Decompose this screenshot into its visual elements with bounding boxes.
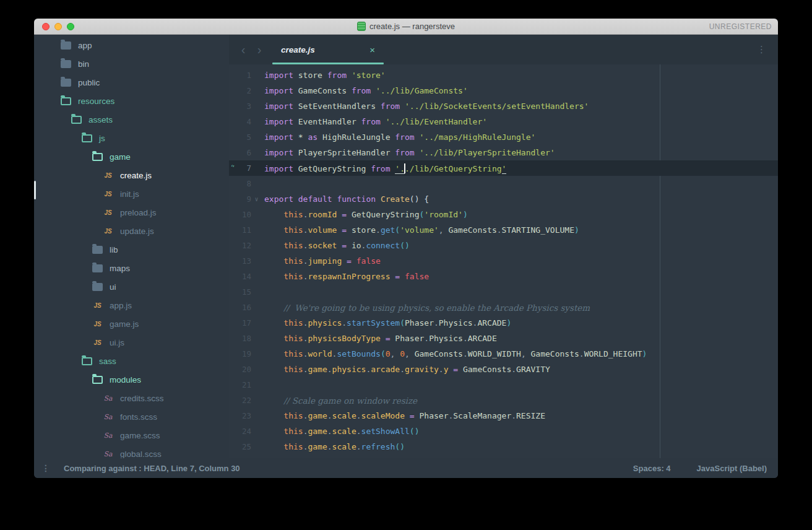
indentation-setting[interactable]: Spaces: 4	[633, 464, 671, 473]
code-line-3[interactable]: 3import SetEventHandlers from '../lib/So…	[229, 98, 778, 114]
minimize-window-button[interactable]	[54, 23, 62, 30]
line-number: 12	[239, 241, 251, 250]
code-token: .	[342, 318, 347, 328]
line-number: 3	[239, 102, 251, 111]
code-line-16[interactable]: 16 // We're going to be using physics, s…	[229, 300, 778, 315]
tree-item-game[interactable]: game	[34, 147, 229, 166]
tree-item-credits-scss[interactable]: Sacredits.scss	[34, 389, 229, 407]
code-line-24[interactable]: 24 this.game.scale.setShowAll()	[229, 424, 778, 439]
code-line-7[interactable]: ‘’7import GetQueryString from '../lib/Ge…	[229, 160, 778, 176]
code-line-8[interactable]: 8	[229, 176, 778, 191]
tab-create-js[interactable]: create.js ×	[272, 35, 384, 64]
code-line-25[interactable]: 25 this.game.scale.refresh()	[229, 439, 778, 454]
tree-item-assets[interactable]: assets	[34, 110, 229, 129]
code-line-2[interactable]: 2import GameConsts from '../lib/GameCons…	[229, 83, 778, 98]
code-token: GameConsts	[298, 86, 352, 95]
line-number: 13	[239, 256, 251, 266]
sidebar-scroll-indicator[interactable]	[34, 181, 36, 199]
code-token: .	[511, 411, 516, 420]
close-window-button[interactable]	[42, 23, 50, 30]
tree-item-resources[interactable]: resources	[34, 92, 229, 110]
code-text: import store from 'store'	[262, 71, 386, 80]
tree-item-public[interactable]: public	[34, 73, 229, 92]
tree-item-init-js[interactable]: JSinit.js	[34, 185, 229, 203]
code-token: GameConsts	[448, 225, 496, 235]
code-line-5[interactable]: 5import * as HighRuleJungle from '../map…	[229, 129, 778, 145]
code-token: =	[386, 334, 395, 343]
line-number: 25	[239, 442, 251, 451]
code-token	[264, 365, 283, 374]
code-token: ()	[400, 241, 410, 250]
folder-closed-icon	[61, 60, 71, 68]
code-line-13[interactable]: 13 this.jumping = false	[229, 253, 778, 269]
code-text: this.game.scale.scaleMode = Phaser.Scale…	[262, 411, 545, 420]
code-token: .	[463, 334, 468, 343]
syntax-setting[interactable]: JavaScript (Babel)	[697, 464, 767, 473]
tree-item-ui-js[interactable]: JSui.js	[34, 333, 229, 352]
tree-item-fonts-scss[interactable]: Safonts.scss	[34, 407, 229, 426]
tree-item-label: sass	[99, 357, 116, 366]
code-token: this	[283, 210, 303, 219]
tree-item-app[interactable]: app	[34, 36, 229, 54]
back-arrow-icon[interactable]: ‹	[235, 35, 251, 64]
code-line-17[interactable]: 17 this.physics.startSystem(Phaser.Physi…	[229, 315, 778, 331]
tree-item-game-js[interactable]: JSgame.js	[34, 315, 229, 333]
tree-item-game-scss[interactable]: Sagame.scss	[34, 426, 229, 445]
tree-item-ui[interactable]: ui	[34, 277, 229, 296]
tab-close-icon[interactable]: ×	[369, 45, 375, 55]
code-token: ARCADE	[477, 318, 506, 328]
tree-item-global-scss[interactable]: Saglobal.scss	[34, 445, 229, 458]
code-line-23[interactable]: 23 this.game.scale.scaleMode = Phaser.Sc…	[229, 408, 778, 424]
code-line-11[interactable]: 11 this.volume = store.get('volume', Gam…	[229, 222, 778, 238]
code-line-9[interactable]: 9∨export default function Create() {	[229, 191, 778, 207]
code-area[interactable]: 1import store from 'store'2import GameCo…	[229, 64, 778, 458]
code-line-6[interactable]: 6import PlayerSpriteHandler from '../lib…	[229, 145, 778, 160]
code-line-12[interactable]: 12 this.socket = io.connect()	[229, 238, 778, 253]
tab-overflow-menu-icon[interactable]: ⋮	[757, 35, 767, 64]
line-number: 14	[239, 272, 251, 281]
tree-item-js[interactable]: js	[34, 129, 229, 147]
tree-item-lib[interactable]: lib	[34, 240, 229, 259]
code-token: // Scale game on window resize	[283, 396, 417, 406]
tree-item-label: game.scss	[120, 431, 160, 440]
tree-item-app-js[interactable]: JSapp.js	[34, 296, 229, 315]
zoom-window-button[interactable]	[67, 23, 74, 30]
code-line-22[interactable]: 22 // Scale game on window resize	[229, 393, 778, 408]
code-line-18[interactable]: 18 this.physicsBodyType = Phaser.Physics…	[229, 331, 778, 346]
tree-item-label: update.js	[120, 227, 154, 236]
code-token: )	[506, 318, 511, 328]
tree-item-sass[interactable]: sass	[34, 352, 229, 370]
code-token: this	[283, 225, 303, 235]
quote-mark-gutter-icon: ‘’	[229, 164, 239, 172]
code-token: function	[337, 194, 380, 204]
title-bar: create.js — rangersteve UNREGISTERED	[34, 19, 778, 35]
code-line-15[interactable]: 15	[229, 284, 778, 300]
fold-arrow-icon[interactable]: ∨	[251, 196, 262, 202]
code-line-14[interactable]: 14 this.respawnInProgress = false	[229, 269, 778, 284]
code-token: 0	[400, 349, 405, 358]
code-line-20[interactable]: 20 this.game.physics.arcade.gravity.y = …	[229, 362, 778, 377]
forward-arrow-icon[interactable]: ›	[251, 35, 267, 64]
tree-item-preload-js[interactable]: JSpreload.js	[34, 203, 229, 222]
code-line-21[interactable]: 21	[229, 377, 778, 393]
code-token: ./lib/GetQueryString	[405, 164, 502, 173]
tree-item-create-js[interactable]: JScreate.js	[34, 166, 229, 185]
status-menu-icon[interactable]: ⋮	[41, 463, 50, 473]
code-line-19[interactable]: 19 this.world.setBounds(0, 0, GameConsts…	[229, 346, 778, 362]
line-number: 16	[239, 303, 251, 312]
code-line-4[interactable]: 4import EventHandler from '../lib/EventH…	[229, 114, 778, 129]
code-line-10[interactable]: 10 this.roomId = GetQueryString('roomId'…	[229, 207, 778, 222]
tree-item-label: bin	[78, 59, 89, 69]
code-token	[264, 303, 283, 313]
code-token: import	[264, 132, 298, 142]
code-token: io	[352, 241, 361, 250]
code-token: .	[356, 411, 361, 420]
code-token: )	[463, 210, 468, 219]
code-token	[264, 272, 283, 281]
tree-item-maps[interactable]: maps	[34, 259, 229, 277]
tree-item-bin[interactable]: bin	[34, 54, 229, 73]
tree-item-update-js[interactable]: JSupdate.js	[34, 222, 229, 240]
code-text: // Scale game on window resize	[262, 396, 417, 406]
code-line-1[interactable]: 1import store from 'store'	[229, 67, 778, 83]
tree-item-modules[interactable]: modules	[34, 370, 229, 389]
